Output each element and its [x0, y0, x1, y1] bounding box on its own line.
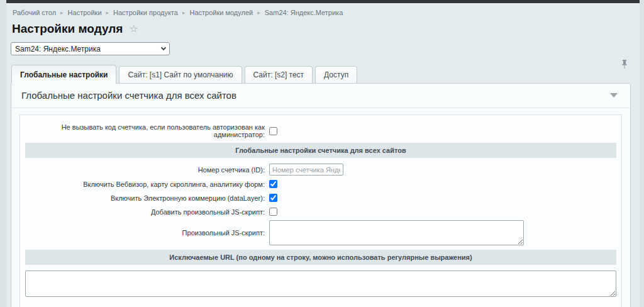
section-header-global: Глобальные настройки счетчика для всех с…: [25, 143, 616, 158]
ecommerce-label: Включить Электронную коммерцию (dataLaye…: [25, 194, 269, 202]
page-content: Рабочий стол ▸ Настройки ▸ Настройки про…: [6, 3, 640, 307]
breadcrumb-item-current-module[interactable]: Sam24: Яндекс.Метрика: [265, 9, 343, 16]
breadcrumb-item-product-settings[interactable]: Настройки продукта: [113, 9, 178, 16]
tab-bar: Глобальные настройки Сайт: [s1] Сайт по …: [11, 65, 631, 83]
module-select[interactable]: Sam24: Яндекс.Метрика: [11, 42, 170, 55]
ecommerce-checkbox[interactable]: [269, 194, 277, 202]
panel-heading: Глобальные настройки счетчика для всех с…: [21, 90, 236, 101]
breadcrumb-separator-icon: ▸: [257, 9, 260, 16]
tab-access[interactable]: Доступ: [315, 66, 357, 83]
breadcrumb-item-settings[interactable]: Настройки: [68, 9, 102, 16]
webvisor-checkbox[interactable]: [269, 180, 277, 188]
breadcrumb-item-desktop[interactable]: Рабочий стол: [13, 9, 56, 16]
pin-icon[interactable]: [621, 60, 628, 69]
custom-js-textarea[interactable]: [269, 220, 524, 245]
custom-js-enable-checkbox[interactable]: [269, 208, 277, 216]
admin-no-counter-label: Не вызывать код счетчика, если пользоват…: [25, 123, 269, 138]
breadcrumb: Рабочий стол ▸ Настройки ▸ Настройки про…: [11, 9, 631, 16]
settings-panel: Глобальные настройки счетчика для всех с…: [11, 83, 631, 307]
tab-site-s2[interactable]: Сайт: [s2] тест: [245, 66, 313, 83]
excluded-urls-textarea[interactable]: [25, 271, 616, 297]
tab-global-settings[interactable]: Глобальные настройки: [11, 65, 116, 84]
section-header-excluded-urls: Исключаемые URL (по одному на строку, мо…: [25, 250, 616, 265]
custom-js-enable-label: Добавить произвольный JS-скрипт:: [25, 208, 269, 216]
breadcrumb-separator-icon: ▸: [182, 9, 186, 16]
collapse-triangle-icon[interactable]: [610, 93, 618, 98]
webvisor-label: Включить Вебвизор, карту скроллинга, ана…: [25, 181, 269, 188]
counter-id-input[interactable]: [269, 164, 343, 176]
favorite-star-icon[interactable]: ☆: [129, 24, 138, 34]
breadcrumb-separator-icon: ▸: [106, 9, 109, 16]
module-select-wrap: Sam24: Яндекс.Метрика: [11, 42, 170, 55]
counter-id-label: Номер счетчика (ID):: [25, 166, 269, 174]
admin-no-counter-checkbox[interactable]: [269, 127, 277, 135]
breadcrumb-item-module-settings[interactable]: Настройки модулей: [189, 9, 253, 16]
form-fieldset: Не вызывать код счетчика, если пользоват…: [19, 114, 622, 307]
tab-site-s1[interactable]: Сайт: [s1] Сайт по умолчанию: [119, 66, 242, 83]
custom-js-label: Произвольный JS-скрипт:: [25, 229, 269, 237]
breadcrumb-separator-icon: ▸: [60, 9, 64, 16]
page-title: Настройки модуля: [12, 22, 123, 36]
